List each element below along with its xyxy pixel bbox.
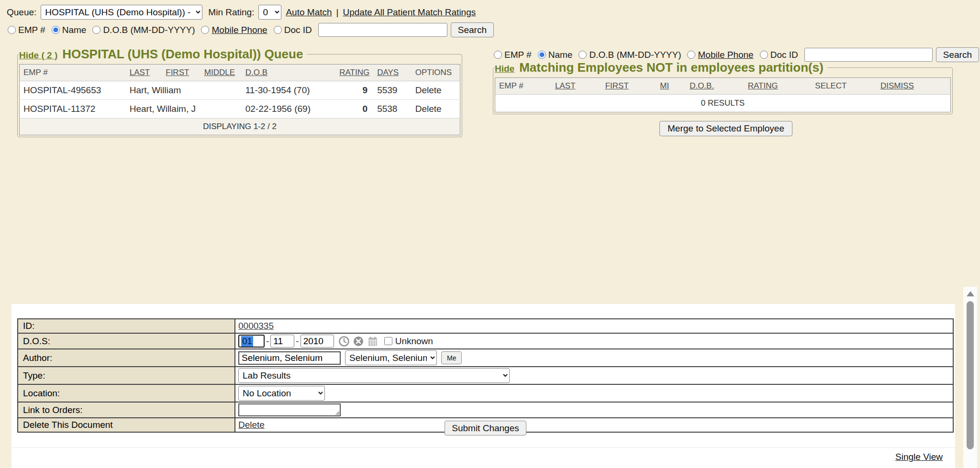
right-radio-mobile[interactable]: Mobile Phone bbox=[687, 50, 753, 60]
queue-col-days[interactable]: DAYS bbox=[373, 65, 412, 81]
queue-col-first[interactable]: FIRST bbox=[162, 65, 200, 81]
author-select[interactable]: Selenium, Selenium bbox=[345, 350, 437, 365]
me-button[interactable]: Me bbox=[441, 351, 462, 364]
left-radio-emp-input[interactable] bbox=[8, 26, 16, 34]
dos-unknown-checkbox[interactable] bbox=[384, 337, 392, 345]
document-id-link[interactable]: 0000335 bbox=[238, 321, 274, 331]
table-row[interactable]: HOSPITAL-11372 Heart, Willaim, J 02-22-1… bbox=[20, 100, 460, 119]
dos-unknown-label: Unknown bbox=[395, 336, 433, 347]
auto-match-link[interactable]: Auto Match bbox=[286, 7, 332, 18]
table-row[interactable]: HOSPITAL-495653 Hart, William 11-30-1954… bbox=[20, 81, 460, 100]
queue-col-last[interactable]: LAST bbox=[126, 65, 162, 81]
dos-icon-row bbox=[338, 336, 379, 347]
merge-to-selected-button[interactable]: Merge to Selected Employee bbox=[659, 121, 792, 136]
clear-icon[interactable] bbox=[353, 336, 364, 347]
left-search-input[interactable] bbox=[318, 23, 447, 37]
queue-row1-dob: 11-30-1954 (70) bbox=[242, 81, 336, 100]
type-select[interactable]: Lab Results bbox=[238, 368, 510, 383]
right-radio-emp-input[interactable] bbox=[494, 51, 502, 59]
queue-row2-days: 5538 bbox=[373, 100, 412, 119]
left-radio-mobile[interactable]: Mobile Phone bbox=[201, 25, 267, 35]
id-row: ID: 0000335 bbox=[18, 319, 953, 333]
left-radio-docid-input[interactable] bbox=[274, 26, 282, 34]
queue-table-footer-row: DISPLAYING 1-2 / 2 bbox=[20, 119, 460, 135]
queue-table: EMP # LAST FIRST MIDDLE D.O.B RATING DAY… bbox=[19, 64, 460, 135]
left-radio-name-input[interactable] bbox=[52, 26, 60, 34]
right-radio-mobile-input[interactable] bbox=[687, 51, 695, 59]
type-label: Type: bbox=[18, 367, 235, 384]
queue-row1-delete-link[interactable]: Delete bbox=[412, 81, 460, 100]
right-radio-dob[interactable]: D.O.B (MM-DD-YYYY) bbox=[579, 50, 681, 60]
left-radio-docid[interactable]: Doc ID bbox=[274, 25, 312, 35]
match-col-mi[interactable]: MI bbox=[656, 78, 686, 95]
left-radio-dob-input[interactable] bbox=[92, 26, 100, 34]
right-radio-emp[interactable]: EMP # bbox=[494, 50, 532, 60]
queue-col-rating[interactable]: RATING bbox=[335, 65, 373, 81]
location-select[interactable]: No Location bbox=[238, 386, 325, 401]
right-radio-docid-input[interactable] bbox=[760, 51, 768, 59]
queue-row2-rating: 0 bbox=[335, 100, 373, 119]
queue-col-dob[interactable]: D.O.B bbox=[242, 65, 336, 81]
clock-icon[interactable] bbox=[338, 336, 350, 347]
right-radio-name[interactable]: Name bbox=[538, 50, 573, 60]
dos-day-input[interactable] bbox=[270, 335, 294, 348]
single-view-link[interactable]: Single View bbox=[895, 452, 943, 462]
right-radio-docid-label: Doc ID bbox=[770, 50, 798, 60]
scrollbar-thumb[interactable] bbox=[967, 301, 974, 449]
author-input[interactable] bbox=[238, 351, 341, 365]
right-search-input[interactable] bbox=[804, 48, 933, 62]
queue-panel-legend: Hide ( 2 ) HOSPITAL (UHS (Demo Hospital)… bbox=[19, 47, 307, 62]
queue-row1-days: 5539 bbox=[373, 81, 412, 100]
left-radio-dob[interactable]: D.O.B (MM-DD-YYYY) bbox=[92, 25, 195, 35]
resize-grip-icon[interactable] bbox=[335, 411, 339, 415]
location-row: Location: No Location bbox=[18, 384, 953, 402]
queue-row1-name: Hart, William bbox=[126, 81, 242, 100]
author-row: Author: Selenium, Selenium Me bbox=[18, 349, 953, 367]
document-form-table: ID: 0000335 D.O.S: 01 - - bbox=[17, 318, 954, 433]
match-panel-legend: Hide Matching Employees NOT in employees… bbox=[495, 60, 827, 75]
match-col-last[interactable]: LAST bbox=[551, 78, 601, 95]
right-radio-dob-input[interactable] bbox=[579, 51, 587, 59]
queue-label: Queue: bbox=[7, 7, 36, 18]
link-to-orders-input[interactable] bbox=[238, 403, 341, 416]
min-rating-select[interactable]: 0 bbox=[258, 5, 281, 20]
footer-divider bbox=[11, 447, 955, 448]
queue-hide-link[interactable]: Hide ( 2 ) bbox=[19, 50, 57, 61]
queue-select[interactable]: HOSPITAL (UHS (Demo Hospital)) - 2 bbox=[41, 5, 202, 20]
left-radio-name[interactable]: Name bbox=[52, 25, 87, 35]
dos-month-input[interactable]: 01 bbox=[238, 335, 265, 348]
left-radio-docid-label: Doc ID bbox=[284, 25, 312, 35]
match-col-dismiss[interactable]: DISMISS bbox=[877, 78, 951, 95]
left-search-button[interactable]: Search bbox=[451, 22, 494, 37]
dos-row: D.O.S: 01 - - Unknown bbox=[18, 333, 953, 349]
dos-year-input[interactable] bbox=[301, 335, 334, 348]
left-radio-mobile-input[interactable] bbox=[201, 26, 209, 34]
scrollbar-up-arrow-icon[interactable] bbox=[967, 291, 974, 296]
queue-col-middle[interactable]: MIDDLE bbox=[200, 65, 242, 81]
location-label: Location: bbox=[18, 384, 235, 402]
update-ratings-link[interactable]: Update All Patient Match Ratings bbox=[343, 7, 476, 18]
submit-row: Submit Changes bbox=[11, 421, 959, 435]
toolbar-separator: | bbox=[336, 7, 339, 18]
right-radio-name-input[interactable] bbox=[538, 51, 546, 59]
right-radio-emp-label: EMP # bbox=[504, 50, 532, 60]
left-radio-name-label: Name bbox=[62, 25, 87, 35]
match-empty-text: 0 RESULTS bbox=[495, 95, 951, 112]
left-radio-mobile-label: Mobile Phone bbox=[212, 25, 267, 35]
match-col-rating[interactable]: RATING bbox=[744, 78, 812, 95]
match-hide-link[interactable]: Hide bbox=[495, 64, 514, 74]
left-radio-emp-label: EMP # bbox=[18, 25, 45, 35]
queue-row1-emp-id: HOSPITAL-495653 bbox=[20, 81, 126, 100]
right-radio-docid[interactable]: Doc ID bbox=[760, 50, 798, 60]
queue-row2-emp-id: HOSPITAL-11372 bbox=[20, 100, 126, 119]
match-col-select: SELECT bbox=[811, 78, 877, 95]
queue-paging-status: DISPLAYING 1-2 / 2 bbox=[20, 119, 460, 135]
match-table-header-row: EMP # LAST FIRST MI D.O.B. RATING SELECT… bbox=[495, 78, 951, 95]
calendar-icon[interactable] bbox=[367, 336, 379, 347]
match-col-first[interactable]: FIRST bbox=[601, 78, 657, 95]
queue-row2-delete-link[interactable]: Delete bbox=[412, 100, 460, 119]
match-col-dob[interactable]: D.O.B. bbox=[686, 78, 744, 95]
submit-changes-button[interactable]: Submit Changes bbox=[445, 421, 526, 435]
vertical-scrollbar[interactable] bbox=[963, 287, 977, 468]
left-radio-emp[interactable]: EMP # bbox=[8, 25, 45, 35]
